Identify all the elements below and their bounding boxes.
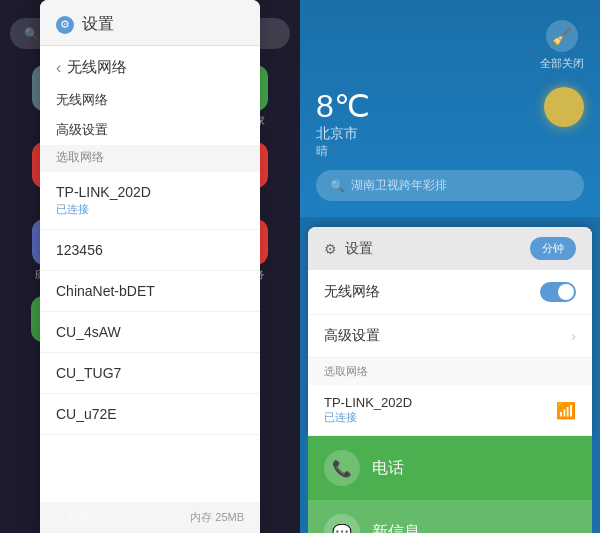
search-icon-right: 🔍 xyxy=(330,179,345,193)
network-item-1[interactable]: 123456 xyxy=(40,230,260,271)
search-icon-left: 🔍 xyxy=(24,27,39,41)
weather-condition: 晴 xyxy=(316,143,370,160)
all-close-button[interactable]: 🧹 全部关闭 xyxy=(540,20,584,71)
weather-widget: 8℃ 北京市 晴 xyxy=(316,87,584,160)
connected-network-row[interactable]: TP-LINK_202D 已连接 📶 xyxy=(308,385,592,436)
wifi-section-label: 无线网络 xyxy=(40,85,260,115)
settings-panel-title: 设置 xyxy=(82,14,114,35)
settings-card-title: 设置 xyxy=(345,240,373,258)
network-item-3[interactable]: CU_4sAW xyxy=(40,312,260,353)
settings-card-body: 无线网络 高级设置 › 选取网络 TP-LINK_202D 已连接 📶 xyxy=(308,270,592,436)
weather-info: 8℃ 北京市 晴 xyxy=(316,87,370,160)
wifi-toggle-row[interactable]: 无线网络 xyxy=(308,270,592,315)
settings-gear-icon: ⚙ xyxy=(56,16,74,34)
settings-card[interactable]: ⚙ 设置 分钟 无线网络 高级设置 › 选取网络 xyxy=(308,227,592,436)
free-memory-label: 释放内存 279MB xyxy=(0,508,220,523)
share-button[interactable]: 分钟 xyxy=(530,237,576,260)
network-item-4[interactable]: CU_TUG7 xyxy=(40,353,260,394)
messages-card-icon: 💬 xyxy=(324,514,360,533)
settings-panel-header: ⚙ 设置 xyxy=(40,0,260,46)
sun-icon xyxy=(544,87,584,127)
weather-temperature: 8℃ xyxy=(316,87,370,125)
phone-card[interactable]: 📞 电话 xyxy=(308,436,592,500)
right-top-section: 🧹 全部关闭 8℃ 北京市 晴 🔍 湖南卫视跨年彩排 xyxy=(300,0,600,217)
cards-stack: ⚙ 设置 分钟 无线网络 高级设置 › 选取网络 xyxy=(300,227,600,533)
back-arrow-icon[interactable]: ‹ xyxy=(56,59,61,77)
connected-network-info: TP-LINK_202D 已连接 xyxy=(324,395,412,425)
wifi-title: 无线网络 xyxy=(67,58,127,77)
chevron-right-icon: › xyxy=(571,328,576,344)
settings-card-header: ⚙ 设置 分钟 xyxy=(308,227,592,270)
right-panel: 🧹 全部关闭 8℃ 北京市 晴 🔍 湖南卫视跨年彩排 ⚙ 设置 xyxy=(300,0,600,533)
left-panel: 🔍 高中禁办公元局晚会 🕐 时钟 2 📅 日历 🛡 xyxy=(0,0,300,533)
phone-card-icon: 📞 xyxy=(324,450,360,486)
phone-card-label: 电话 xyxy=(372,458,404,479)
settings-panel: ⚙ 设置 ‹ 无线网络 无线网络 高级设置 选取网络 TP-LINK_202D … xyxy=(40,0,260,533)
network-item-5[interactable]: CU_u72E xyxy=(40,394,260,435)
weather-city: 北京市 xyxy=(316,125,370,143)
network-item-2[interactable]: ChinaNet-bDET xyxy=(40,271,260,312)
all-close-icon: 🧹 xyxy=(546,20,578,52)
network-sublabel: 选取网络 xyxy=(308,358,592,385)
select-network-label: 选取网络 xyxy=(40,145,260,172)
messages-card-label: 新信息 xyxy=(372,522,420,534)
wifi-signal-icon: 📶 xyxy=(556,401,576,420)
advanced-row[interactable]: 高级设置 › xyxy=(308,315,592,358)
advanced-section-label[interactable]: 高级设置 xyxy=(40,115,260,145)
top-icons-row: 🧹 全部关闭 xyxy=(316,20,584,71)
messages-card[interactable]: 💬 新信息 xyxy=(308,500,592,533)
search-bar-right[interactable]: 🔍 湖南卫视跨年彩排 xyxy=(316,170,584,201)
wifi-header[interactable]: ‹ 无线网络 xyxy=(40,46,260,85)
wifi-toggle[interactable] xyxy=(540,282,576,302)
network-item-0[interactable]: TP-LINK_202D 已连接 xyxy=(40,172,260,230)
close-button[interactable]: × xyxy=(119,459,163,503)
settings-card-title-row: ⚙ 设置 xyxy=(324,240,373,258)
network-list: TP-LINK_202D 已连接 123456 ChinaNet-bDET CU… xyxy=(40,172,260,502)
